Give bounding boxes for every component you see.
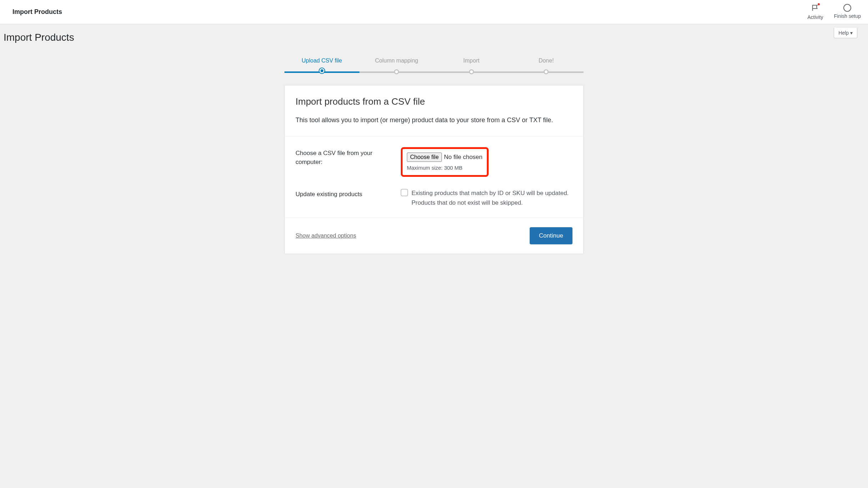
file-chosen-text: No file chosen <box>444 154 483 161</box>
step-import: Import <box>434 58 509 74</box>
topbar-title: Import Products <box>7 8 62 16</box>
chevron-down-icon: ▾ <box>850 30 853 36</box>
page-body: Help ▾ Import Products Upload CSV file C… <box>0 24 868 310</box>
card-footer: Show advanced options Continue <box>285 218 583 254</box>
file-input-row: Choose file No file chosen <box>407 153 483 162</box>
activity-button[interactable]: Activity <box>807 4 823 20</box>
step-dot <box>544 69 549 74</box>
card-description: This tool allows you to import (or merge… <box>296 115 572 125</box>
choose-file-label: Choose a CSV file from your computer: <box>296 147 401 167</box>
help-button[interactable]: Help ▾ <box>834 28 857 38</box>
advanced-options-link[interactable]: Show advanced options <box>296 233 356 239</box>
finish-setup-label: Finish setup <box>834 13 861 19</box>
wizard: Upload CSV file Column mapping Import Do… <box>284 58 584 254</box>
update-existing-control: Existing products that match by ID or SK… <box>401 188 572 208</box>
card-header-section: Import products from a CSV file This too… <box>285 85 583 136</box>
activity-label: Activity <box>807 14 823 20</box>
step-done: Done! <box>509 58 584 74</box>
step-label: Import <box>434 58 509 64</box>
topbar-actions: Activity Finish setup <box>807 4 861 20</box>
page-heading: Import Products <box>4 32 864 43</box>
topbar: Import Products Activity Finish setup <box>0 0 868 24</box>
update-existing-row: Update existing products Existing produc… <box>285 184 583 218</box>
max-size-text: Maximum size: 300 MB <box>407 165 483 171</box>
step-dot <box>321 69 323 72</box>
flag-icon <box>811 4 819 13</box>
step-upload-csv: Upload CSV file <box>284 58 359 74</box>
choose-file-row: Choose a CSV file from your computer: Ch… <box>285 136 583 184</box>
continue-button[interactable]: Continue <box>530 227 572 244</box>
choose-file-button[interactable]: Choose file <box>407 153 442 162</box>
help-label: Help <box>838 30 849 36</box>
import-card: Import products from a CSV file This too… <box>284 85 584 254</box>
step-label: Done! <box>509 58 584 64</box>
step-label: Upload CSV file <box>284 58 359 64</box>
highlight-annotation: Choose file No file chosen Maximum size:… <box>401 147 489 177</box>
step-dot <box>394 69 399 74</box>
update-existing-description: Existing products that match by ID or SK… <box>412 188 572 208</box>
notification-dot <box>818 3 820 5</box>
finish-setup-button[interactable]: Finish setup <box>834 4 861 19</box>
choose-file-control: Choose file No file chosen Maximum size:… <box>401 147 572 177</box>
update-existing-checkbox[interactable] <box>401 189 408 196</box>
card-title: Import products from a CSV file <box>296 96 572 107</box>
step-label: Column mapping <box>359 58 434 64</box>
circle-icon <box>843 4 851 12</box>
step-dot <box>469 69 474 74</box>
checkbox-row: Existing products that match by ID or SK… <box>401 188 572 208</box>
update-existing-label: Update existing products <box>296 188 401 199</box>
progress-bar: Upload CSV file Column mapping Import Do… <box>284 58 584 74</box>
step-column-mapping: Column mapping <box>359 58 434 74</box>
